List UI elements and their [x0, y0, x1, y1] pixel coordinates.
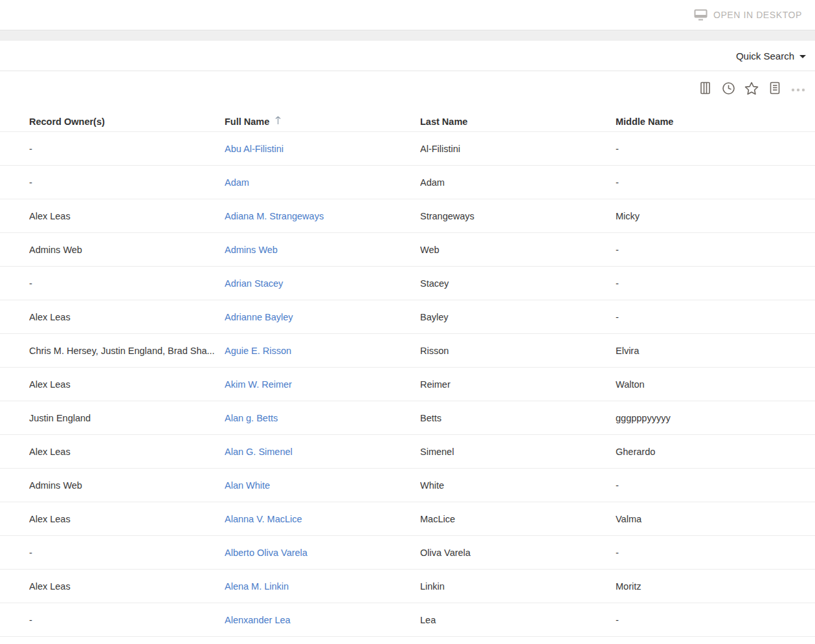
sort-ascending-icon	[274, 117, 282, 128]
table-row: Alex Leas Alena M. Linkin Linkin Moritz	[0, 570, 815, 603]
full-name-link[interactable]: Adiana M. Strangeways	[225, 211, 324, 221]
split-columns-icon	[699, 82, 711, 96]
record-owner-cell: -	[29, 615, 225, 625]
quick-search-label: Quick Search	[736, 50, 794, 61]
middle-name-cell: -	[616, 548, 806, 558]
full-name-cell: Admins Web	[225, 245, 420, 255]
full-name-cell: Alberto Oliva Varela	[225, 548, 420, 558]
full-name-link[interactable]: Adrian Stacey	[225, 278, 283, 289]
table-row: - Alberto Oliva Varela Oliva Varela -	[0, 536, 815, 570]
full-name-cell: Aguie E. Risson	[225, 346, 420, 356]
app-window: OPEN IN DESKTOP Quick Search	[0, 0, 815, 644]
full-name-link[interactable]: Alan G. Simenel	[225, 447, 293, 457]
full-name-cell: Adrianne Bayley	[225, 312, 420, 322]
table-row: Chris M. Hersey, Justin England, Brad Sh…	[0, 334, 815, 368]
header-divider-band	[0, 30, 815, 41]
last-name-cell: Lea	[420, 615, 616, 625]
full-name-cell: Akim W. Reimer	[225, 379, 420, 390]
middle-name-cell: Elvira	[616, 346, 806, 356]
chevron-down-icon	[799, 55, 806, 58]
last-name-cell: Al-Filistini	[420, 144, 616, 154]
middle-name-cell: Walton	[616, 379, 806, 390]
full-name-cell: Alan White	[225, 480, 420, 491]
middle-name-cell: -	[616, 177, 806, 188]
last-name-cell: Stacey	[420, 278, 616, 289]
last-name-cell: Simenel	[420, 447, 616, 457]
full-name-cell: Abu Al-Filistini	[225, 144, 420, 154]
full-name-cell: Alenxander Lea	[225, 615, 420, 625]
middle-name-cell: gggpppyyyyy	[616, 413, 806, 423]
full-name-link[interactable]: Akim W. Reimer	[225, 379, 292, 390]
last-name-cell: Linkin	[420, 581, 616, 592]
ellipsis-icon	[791, 84, 805, 94]
desktop-monitor-icon	[694, 9, 708, 21]
split-columns-button[interactable]	[698, 82, 712, 96]
full-name-link[interactable]: Alberto Oliva Varela	[225, 548, 307, 558]
table-row: - Alenxander Lea Lea -	[0, 603, 815, 637]
full-name-link[interactable]: Alan g. Betts	[225, 413, 278, 423]
table-row: - Adrian Stacey Stacey -	[0, 267, 815, 300]
column-header-last-name[interactable]: Last Name	[420, 117, 616, 127]
last-name-cell: Strangeways	[420, 211, 616, 221]
full-name-link[interactable]: Alena M. Linkin	[225, 581, 289, 592]
notes-document-icon	[769, 82, 781, 96]
full-name-link[interactable]: Adam	[225, 177, 249, 188]
table-row: Justin England Alan g. Betts Betts gggpp…	[0, 401, 815, 435]
full-name-link[interactable]: Aguie E. Risson	[225, 346, 291, 356]
column-header-label: Full Name	[225, 117, 269, 127]
top-bar: OPEN IN DESKTOP	[0, 0, 815, 30]
record-owner-cell: Alex Leas	[29, 211, 225, 221]
record-owner-cell: Alex Leas	[29, 312, 225, 322]
full-name-cell: Adam	[225, 177, 420, 188]
history-clock-icon	[722, 82, 735, 97]
record-owner-cell: Alex Leas	[29, 581, 225, 592]
table-row: Alex Leas Alan G. Simenel Simenel Gherar…	[0, 435, 815, 469]
record-owner-cell: Admins Web	[29, 245, 225, 255]
record-owner-cell: -	[29, 278, 225, 289]
last-name-cell: Adam	[420, 177, 616, 188]
record-owner-cell: -	[29, 177, 225, 188]
column-header-label: Middle Name	[616, 117, 673, 127]
table-body: - Abu Al-Filistini Al-Filistini - - Adam…	[0, 132, 815, 637]
favorite-button[interactable]	[744, 82, 759, 96]
more-options-button[interactable]	[791, 82, 805, 96]
record-owner-cell: Alex Leas	[29, 514, 225, 524]
full-name-cell: Alan G. Simenel	[225, 447, 420, 457]
middle-name-cell: -	[616, 144, 806, 154]
last-name-cell: Web	[420, 245, 616, 255]
full-name-link[interactable]: Admins Web	[225, 245, 278, 255]
list-toolbar	[0, 71, 815, 107]
table-row: Alex Leas Akim W. Reimer Reimer Walton	[0, 368, 815, 401]
record-owner-cell: Chris M. Hersey, Justin England, Brad Sh…	[29, 346, 225, 356]
full-name-cell: Adiana M. Strangeways	[225, 211, 420, 221]
history-button[interactable]	[721, 82, 735, 96]
full-name-cell: Alan g. Betts	[225, 413, 420, 423]
middle-name-cell: -	[616, 278, 806, 289]
column-header-full-name[interactable]: Full Name	[225, 117, 420, 128]
middle-name-cell: Valma	[616, 514, 806, 524]
full-name-link[interactable]: Abu Al-Filistini	[225, 144, 284, 154]
full-name-link[interactable]: Alan White	[225, 480, 270, 491]
middle-name-cell: -	[616, 480, 806, 491]
full-name-link[interactable]: Adrianne Bayley	[225, 312, 293, 322]
column-header-middle-name[interactable]: Middle Name	[616, 117, 806, 127]
open-in-desktop-button[interactable]: OPEN IN DESKTOP	[694, 9, 802, 21]
table-row: Alex Leas Alanna V. MacLice MacLice Valm…	[0, 502, 815, 536]
record-owner-cell: Admins Web	[29, 480, 225, 491]
record-owner-cell: Alex Leas	[29, 447, 225, 457]
last-name-cell: Oliva Varela	[420, 548, 616, 558]
middle-name-cell: Gherardo	[616, 447, 806, 457]
table-row: - Adam Adam -	[0, 166, 815, 199]
quick-search-dropdown[interactable]: Quick Search	[736, 50, 806, 61]
full-name-link[interactable]: Alanna V. MacLice	[225, 514, 302, 524]
column-header-label: Record Owner(s)	[29, 117, 105, 127]
table-row: Alex Leas Adiana M. Strangeways Strangew…	[0, 199, 815, 233]
open-in-desktop-label: OPEN IN DESKTOP	[713, 10, 802, 20]
notes-button[interactable]	[768, 82, 782, 96]
record-owner-cell: -	[29, 144, 225, 154]
column-header-record-owners[interactable]: Record Owner(s)	[29, 117, 225, 127]
last-name-cell: Bayley	[420, 312, 616, 322]
last-name-cell: Risson	[420, 346, 616, 356]
middle-name-cell: -	[616, 615, 806, 625]
full-name-link[interactable]: Alenxander Lea	[225, 615, 291, 625]
